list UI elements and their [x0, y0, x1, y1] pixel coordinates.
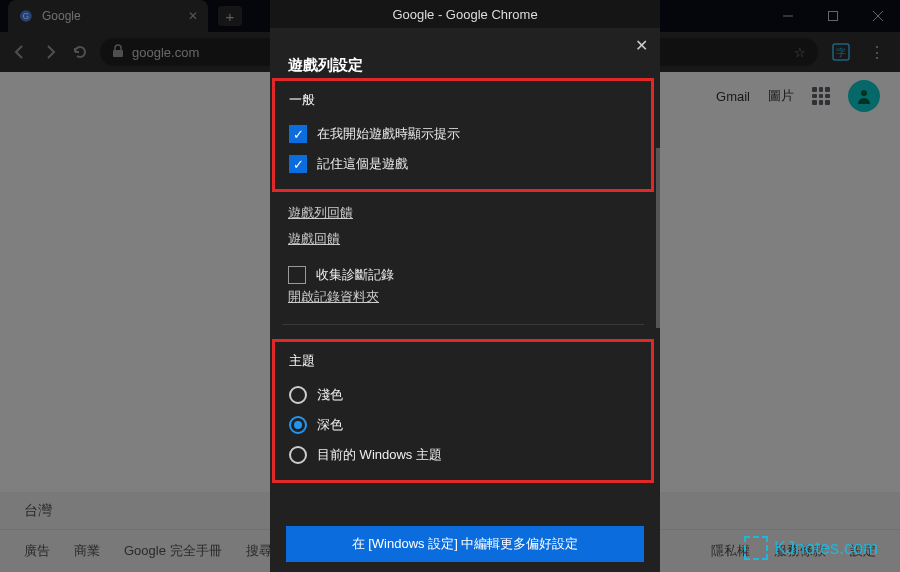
- radio-icon: [289, 416, 307, 434]
- radio-windows-theme[interactable]: 目前的 Windows 主題: [289, 440, 637, 470]
- gamebar-settings-modal: Google - Google Chrome ✕ 遊戲列設定 一般 在我開始遊戲…: [270, 0, 660, 572]
- game-feedback-link[interactable]: 遊戲回饋: [270, 226, 656, 252]
- checkbox-show-tips[interactable]: 在我開始遊戲時顯示提示: [289, 119, 637, 149]
- gamebar-feedback-link[interactable]: 遊戲列回饋: [270, 200, 656, 226]
- windows-settings-button[interactable]: 在 [Windows 設定] 中編輯更多偏好設定: [286, 526, 644, 562]
- theme-section: 主題 淺色 深色 目前的 Windows 主題: [272, 339, 654, 483]
- checkbox-remember-game[interactable]: 記住這個是遊戲: [289, 149, 637, 179]
- watermark-logo-icon: [744, 536, 768, 560]
- general-title: 一般: [289, 91, 637, 109]
- open-records-folder-link[interactable]: 開啟記錄資料夾: [270, 284, 656, 310]
- divider: [282, 324, 644, 325]
- checkbox-icon: [289, 155, 307, 173]
- radio-icon: [289, 446, 307, 464]
- theme-title: 主題: [289, 352, 637, 370]
- checkbox-label: 在我開始遊戲時顯示提示: [317, 125, 460, 143]
- radio-label: 深色: [317, 416, 343, 434]
- watermark-text: KJnotes.com: [774, 538, 878, 559]
- modal-window-title: Google - Google Chrome: [270, 0, 660, 28]
- checkbox-collect-diagnostics[interactable]: 收集診斷記錄: [270, 266, 656, 284]
- checkbox-label: 收集診斷記錄: [316, 266, 394, 284]
- radio-dark-theme[interactable]: 深色: [289, 410, 637, 440]
- checkbox-icon: [289, 125, 307, 143]
- radio-icon: [289, 386, 307, 404]
- checkbox-icon: [288, 266, 306, 284]
- general-section: 一般 在我開始遊戲時顯示提示 記住這個是遊戲: [272, 78, 654, 192]
- radio-label: 淺色: [317, 386, 343, 404]
- scrollbar[interactable]: [656, 148, 660, 328]
- radio-light-theme[interactable]: 淺色: [289, 380, 637, 410]
- checkbox-label: 記住這個是遊戲: [317, 155, 408, 173]
- radio-label: 目前的 Windows 主題: [317, 446, 442, 464]
- watermark: KJnotes.com: [744, 536, 878, 560]
